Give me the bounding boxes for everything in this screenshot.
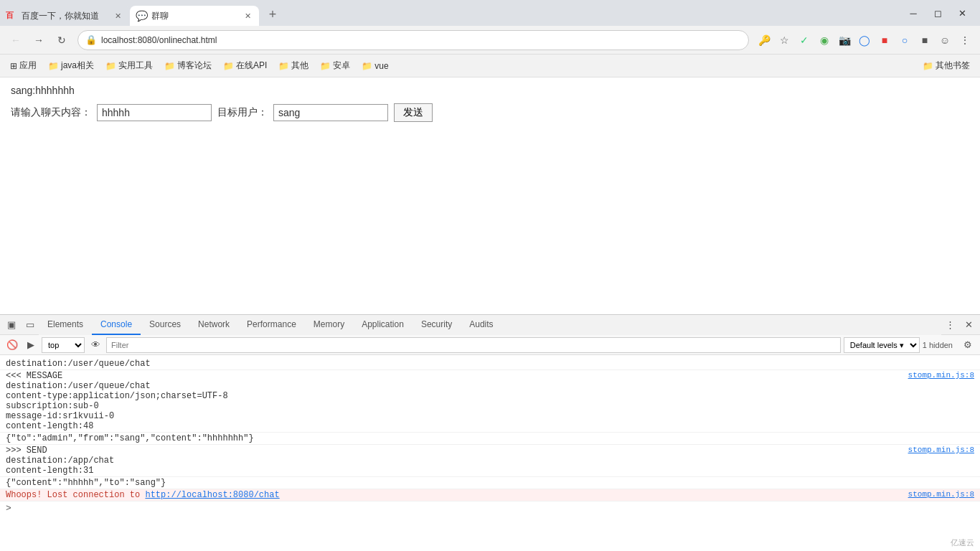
tab-baidu[interactable]: 百 百度一下，你就知道 ✕ <box>0 6 129 26</box>
devtools-left-buttons: ▣ ▭ <box>3 316 39 334</box>
forward-button[interactable]: → <box>29 30 49 50</box>
bookmark-other[interactable]: 📁 其他 <box>274 57 313 74</box>
console-text: >>> SEND destination:/app/chat content-l… <box>6 446 903 476</box>
folder-other-icon: 📁 <box>278 61 289 71</box>
extension1-icon[interactable]: ◉ <box>815 31 834 50</box>
extension2-icon[interactable]: 📷 <box>835 31 854 50</box>
apps-grid-icon: ⊞ <box>10 61 17 71</box>
eye-icon[interactable]: 👁 <box>88 337 103 353</box>
profile-icon[interactable]: ☺ <box>936 31 954 50</box>
console-text: {"content":"hhhhh","to":"sang"} <box>6 478 969 488</box>
devtools-more-icon[interactable]: ⋮ <box>941 316 958 334</box>
tab-strip: 百 百度一下，你就知道 ✕ 💬 群聊 ✕ + <box>0 0 895 26</box>
tab-chat-title: 群聊 <box>151 10 239 22</box>
console-stomp-source-3[interactable]: stomp.min.js:8 <box>903 490 974 499</box>
input-label: 请输入聊天内容： <box>11 106 91 119</box>
devtools-tab-audits[interactable]: Audits <box>461 315 501 335</box>
bookmark-api[interactable]: 📁 在线API <box>219 57 271 74</box>
extension6-icon[interactable]: ■ <box>915 31 934 50</box>
console-text: {"to":"admin","from":"sang","content":"h… <box>6 433 969 443</box>
shield-icon[interactable]: ✓ <box>795 31 814 50</box>
console-toolbar: 🚫 ▶ top 👁 Default levels ▾ 1 hidden ⚙ <box>0 335 980 355</box>
target-label: 目标用户： <box>217 106 268 119</box>
tab-chat-close-icon[interactable]: ✕ <box>242 10 253 22</box>
folder-java-icon: 📁 <box>48 61 59 71</box>
lock-icon: 🔒 <box>85 34 97 45</box>
extension4-icon[interactable]: ■ <box>875 31 894 50</box>
window-controls: ─ ◻ ✕ <box>895 3 980 23</box>
close-button[interactable]: ✕ <box>953 6 971 20</box>
devtools-tab-elements[interactable]: Elements <box>39 315 92 335</box>
console-clear-icon[interactable]: 🚫 <box>4 337 20 353</box>
bookmarks-right: 📁 其他书签 <box>918 57 974 74</box>
maximize-button[interactable]: ◻ <box>928 6 947 20</box>
console-line: <<< MESSAGE destination:/user/queue/chat… <box>0 370 980 433</box>
devtools-controls: ⋮ ✕ <box>941 316 977 334</box>
extension5-icon[interactable]: ○ <box>895 31 914 50</box>
back-button[interactable]: ← <box>6 30 26 50</box>
bookmark-java[interactable]: 📁 java相关 <box>44 57 98 74</box>
tab-chat[interactable]: 💬 群聊 ✕ <box>130 6 259 26</box>
folder-more-icon: 📁 <box>923 61 933 71</box>
key-icon[interactable]: 🔑 <box>755 31 773 50</box>
bookmark-tools[interactable]: 📁 实用工具 <box>101 57 157 74</box>
nav-bar: ← → ↻ 🔒 localhost:8080/onlinechat.html 🔑… <box>0 26 980 55</box>
console-output[interactable]: destination:/user/queue/chat <<< MESSAGE… <box>0 355 980 551</box>
hidden-count: 1 hidden <box>923 341 957 349</box>
filter-input[interactable] <box>106 337 841 353</box>
devtools-settings-icon[interactable]: ⚙ <box>960 337 976 353</box>
tab-baidu-close-icon[interactable]: ✕ <box>112 10 123 22</box>
context-select[interactable]: top <box>42 337 85 353</box>
folder-api-icon: 📁 <box>223 61 234 71</box>
bookmark-vue[interactable]: 📁 vue <box>357 59 392 73</box>
chat-favicon-icon: 💬 <box>136 10 147 22</box>
console-error-line: Whoops! Lost connection to http://localh… <box>0 489 980 501</box>
star-icon[interactable]: ☆ <box>775 31 793 50</box>
folder-android-icon: 📁 <box>320 61 331 71</box>
devtools-tab-performance[interactable]: Performance <box>238 315 305 335</box>
devtools-tab-application[interactable]: Application <box>353 315 413 335</box>
bookmark-android[interactable]: 📁 安卓 <box>316 57 354 74</box>
extension3-icon[interactable]: ◯ <box>855 31 874 50</box>
folder-tools-icon: 📁 <box>105 61 116 71</box>
chat-message: sang:hhhhhhh <box>11 85 969 96</box>
other-bookmarks[interactable]: 📁 其他书签 <box>918 57 974 74</box>
baidu-favicon-icon: 百 <box>6 10 17 22</box>
target-user-input[interactable] <box>273 104 388 121</box>
connection-link[interactable]: http://localhost:8080/chat <box>145 490 279 500</box>
log-level-select[interactable]: Default levels ▾ <box>844 337 920 353</box>
bookmarks-bar: ⊞ 应用 📁 java相关 📁 实用工具 📁 博客论坛 📁 在线API 📁 其他… <box>0 55 980 77</box>
console-prompt: > <box>0 501 980 515</box>
menu-icon[interactable]: ⋮ <box>956 31 974 50</box>
minimize-button[interactable]: ─ <box>904 6 923 20</box>
devtools-mobile-icon[interactable]: ▭ <box>22 316 39 334</box>
console-filter-icon[interactable]: ▶ <box>23 337 39 353</box>
devtools-tab-network[interactable]: Network <box>189 315 238 335</box>
console-line: >>> SEND destination:/app/chat content-l… <box>0 445 980 477</box>
new-tab-button[interactable]: + <box>263 4 283 24</box>
console-text: destination:/user/queue/chat <box>6 359 969 369</box>
bookmark-apps[interactable]: ⊞ 应用 <box>6 57 41 74</box>
console-stomp-source-2[interactable]: stomp.min.js:8 <box>903 446 974 454</box>
devtools-panel: ▣ ▭ Elements Console Sources Network Per… <box>0 314 980 551</box>
console-line: {"to":"admin","from":"sang","content":"h… <box>0 433 980 445</box>
devtools-tab-console[interactable]: Console <box>92 315 141 335</box>
devtools-tab-memory[interactable]: Memory <box>305 315 353 335</box>
tab-baidu-title: 百度一下，你就知道 <box>22 10 109 22</box>
devtools-tab-security[interactable]: Security <box>413 315 461 335</box>
devtools-inspect-icon[interactable]: ▣ <box>3 316 20 334</box>
devtools-tabs: Elements Console Sources Network Perform… <box>39 315 941 335</box>
bookmark-blog[interactable]: 📁 博客论坛 <box>160 57 216 74</box>
chat-form: 请输入聊天内容： 目标用户： 发送 <box>11 103 969 122</box>
folder-vue-icon: 📁 <box>362 61 372 71</box>
console-line: destination:/user/queue/chat <box>0 358 980 370</box>
reload-button[interactable]: ↻ <box>52 30 72 50</box>
console-stomp-source-1[interactable]: stomp.min.js:8 <box>903 371 974 380</box>
address-bar[interactable]: 🔒 localhost:8080/onlinechat.html <box>77 30 749 50</box>
devtools-close-icon[interactable]: ✕ <box>960 316 977 334</box>
devtools-titlebar: ▣ ▭ Elements Console Sources Network Per… <box>0 315 980 335</box>
devtools-tab-sources[interactable]: Sources <box>141 315 189 335</box>
address-text: localhost:8080/onlinechat.html <box>101 35 217 45</box>
chat-content-input[interactable] <box>97 104 212 121</box>
send-button[interactable]: 发送 <box>394 103 433 122</box>
